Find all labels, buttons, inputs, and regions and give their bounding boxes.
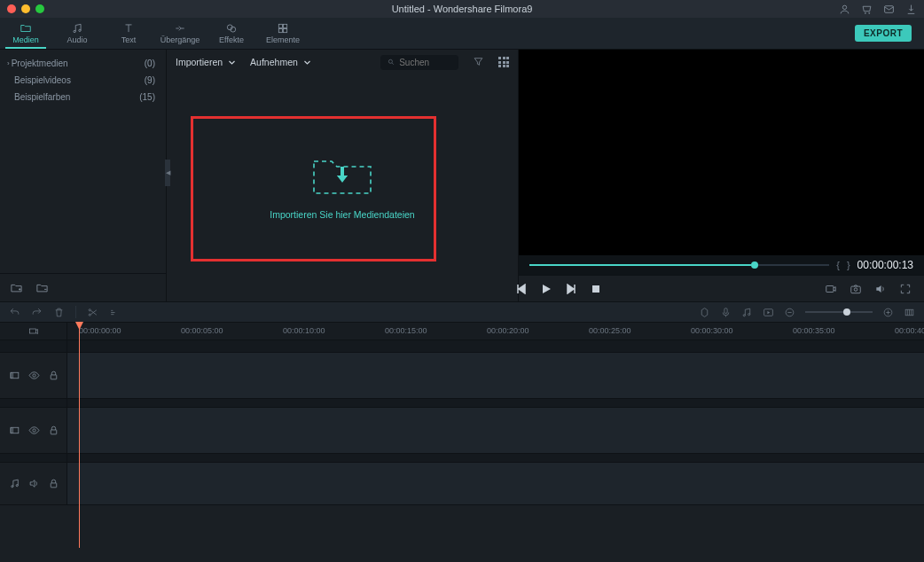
fullscreen-icon[interactable] [899, 283, 912, 295]
video-track-1 [0, 353, 924, 399]
zoom-in-icon[interactable] [882, 307, 894, 318]
svg-point-20 [743, 314, 745, 316]
transitions-icon [173, 22, 187, 35]
audio-mixer-icon[interactable] [741, 307, 753, 318]
split-button[interactable] [87, 307, 98, 318]
tab-elements[interactable]: Elemente [257, 18, 309, 49]
stop-button[interactable] [591, 284, 601, 294]
svg-rect-13 [592, 285, 599, 293]
tab-transitions[interactable]: Übergänge [154, 18, 206, 49]
import-dropdown[interactable]: Importieren [176, 57, 236, 67]
visibility-toggle-icon[interactable] [28, 425, 40, 436]
ruler-mark: 00:00:30:00 [691, 326, 733, 335]
new-folder-icon[interactable] [9, 281, 24, 294]
play-button[interactable] [541, 284, 552, 294]
tab-media[interactable]: Medien [0, 18, 51, 49]
mark-out-icon[interactable]: } [847, 260, 850, 270]
media-toolbar: Importieren Aufnehmen [167, 50, 518, 74]
import-folder-icon [310, 151, 374, 197]
svg-point-21 [748, 313, 750, 315]
playhead[interactable] [79, 323, 80, 548]
zoom-slider[interactable] [805, 311, 873, 313]
svg-point-17 [89, 308, 90, 310]
svg-rect-30 [11, 427, 19, 433]
tab-text[interactable]: Text [103, 18, 154, 49]
search-input-wrap[interactable] [380, 55, 458, 70]
sidebar-item-count: (0) [145, 59, 155, 68]
render-preview-icon[interactable] [763, 307, 774, 318]
audio-track-1 [0, 463, 924, 505]
ruler-mark: 00:00:20:00 [487, 326, 529, 335]
snapshot-icon[interactable] [850, 283, 862, 295]
import-dropzone-text: Importieren Sie hier Mediendateien [270, 209, 414, 220]
remove-folder-icon[interactable] [35, 281, 50, 294]
sidebar-item-count: (15) [139, 92, 155, 102]
filter-button[interactable] [473, 56, 484, 69]
svg-rect-15 [851, 286, 861, 293]
zoom-slider-knob[interactable] [843, 308, 850, 316]
timeline-settings-button[interactable] [0, 323, 67, 340]
export-button[interactable]: EXPORT [855, 25, 912, 42]
text-icon [121, 22, 136, 35]
lock-icon[interactable] [48, 370, 59, 381]
step-back-button[interactable] [516, 284, 527, 294]
sidebar-item-project-media[interactable]: ›Projektmedien (0) [0, 55, 166, 72]
tab-effects-label: Effekte [219, 35, 244, 44]
timeline-settings-icon [27, 326, 40, 337]
sidebar-item-label: Beispielvideos [14, 75, 71, 85]
track-lane[interactable] [67, 408, 924, 453]
search-input[interactable] [399, 58, 451, 67]
crop-button[interactable] [109, 307, 121, 318]
folder-icon [19, 22, 33, 35]
video-track-icon [9, 425, 20, 436]
visibility-toggle-icon[interactable] [28, 370, 40, 381]
marker-icon[interactable] [699, 307, 710, 318]
redo-button[interactable] [31, 307, 43, 318]
media-sidebar: ›Projektmedien (0) Beispielvideos (9) Be… [0, 50, 166, 273]
tab-elements-label: Elemente [266, 35, 300, 44]
ruler-mark: 00:00:10:00 [283, 326, 325, 335]
ruler-mark: 00:00:25:00 [589, 326, 631, 335]
lock-icon[interactable] [48, 425, 59, 436]
volume-icon[interactable] [874, 283, 887, 295]
tab-audio[interactable]: Audio [51, 18, 103, 49]
sidebar-item-label: Beispielfarben [14, 92, 70, 102]
ruler-mark: 00:00:40:00 [895, 326, 924, 335]
sidebar-item-sample-videos[interactable]: Beispielvideos (9) [0, 72, 166, 89]
svg-rect-29 [51, 375, 57, 379]
svg-rect-26 [29, 329, 35, 333]
timeline-ruler[interactable]: 00:00:00:0000:00:05:0000:00:10:0000:00:1… [67, 323, 924, 340]
grid-icon [498, 57, 509, 67]
lock-icon[interactable] [48, 478, 59, 489]
step-forward-button[interactable] [566, 284, 576, 294]
import-dropzone[interactable]: Importieren Sie hier Mediendateien [167, 74, 518, 301]
timeline: 00:00:00:0000:00:05:0000:00:10:0000:00:1… [0, 323, 924, 505]
sidebar-item-sample-colors[interactable]: Beispielfarben (15) [0, 89, 166, 105]
audio-track-icon [9, 478, 20, 489]
preview-viewport[interactable] [519, 50, 924, 255]
svg-point-5 [79, 29, 81, 31]
titlebar: Untitled - Wondershare Filmora9 [0, 0, 924, 18]
undo-button[interactable] [9, 307, 20, 318]
track-lane[interactable] [67, 353, 924, 398]
zoom-fit-icon[interactable] [904, 307, 915, 318]
track-lane[interactable] [67, 463, 924, 504]
svg-point-34 [16, 485, 18, 487]
grid-view-button[interactable] [498, 57, 509, 67]
mic-icon[interactable] [720, 307, 732, 318]
tab-text-label: Text [121, 35, 137, 44]
preview-scrubber[interactable] [529, 264, 829, 266]
svg-rect-32 [51, 430, 57, 434]
mute-toggle-icon[interactable] [28, 478, 40, 489]
mark-in-icon[interactable]: { [836, 260, 840, 270]
playback-quality-icon[interactable] [825, 283, 837, 295]
ruler-mark: 00:00:35:00 [793, 326, 835, 335]
scrubber-knob[interactable] [751, 261, 758, 269]
delete-button[interactable] [53, 307, 65, 318]
tab-effects[interactable]: Effekte [206, 18, 257, 49]
svg-point-16 [854, 287, 857, 291]
preview-panel: { } 00:00:00:13 [519, 50, 924, 301]
zoom-out-icon[interactable] [784, 307, 795, 318]
record-dropdown[interactable]: Aufnehmen [250, 57, 311, 67]
chevron-right-icon: › [7, 59, 10, 67]
